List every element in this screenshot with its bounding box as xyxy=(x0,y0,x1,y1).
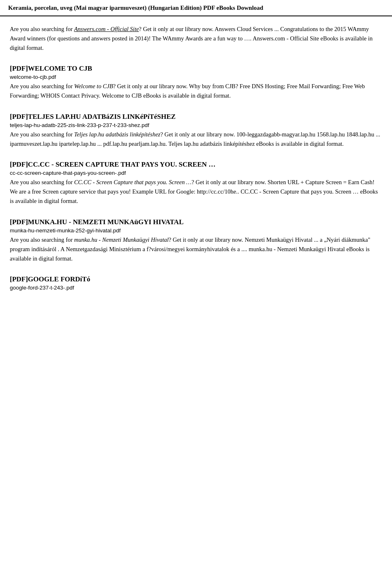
answers-link[interactable]: Answers.com - Official Site xyxy=(74,26,139,32)
page-header: Keramia, porcelan, uveg (Mai magyar ipar… xyxy=(0,0,392,16)
result-3-title: [PDF]CC.CC - SCREEN CAPTURE THAT PAYS YO… xyxy=(10,160,382,169)
result-4: [PDF]MUNKA.HU - NEMZETI MUNKAüGYI HIVATA… xyxy=(10,218,382,264)
result-2-desc: Are you also searching for Teljes lap.hu… xyxy=(10,130,382,149)
result-4-desc-prefix: Are you also searching for xyxy=(10,236,74,243)
result-1-title: [PDF]WELCOME TO CJB xyxy=(10,64,382,73)
page-title: Keramia, porcelan, uveg (Mai magyar ipar… xyxy=(8,4,384,12)
result-1: [PDF]WELCOME TO CJB welcome-to-cjb.pdf A… xyxy=(10,64,382,100)
result-2-desc-prefix: Are you also searching for xyxy=(10,131,74,138)
intro-result: Are you also searching for Answers.com -… xyxy=(10,25,382,53)
result-3-desc-prefix: Are you also searching for xyxy=(10,179,74,185)
result-4-title: [PDF]MUNKA.HU - NEMZETI MUNKAüGYI HIVATA… xyxy=(10,218,382,227)
result-2-url: teljes-lap-hu-adatb-225-zis-link-233-p-2… xyxy=(10,122,382,128)
content-area: Are you also searching for Answers.com -… xyxy=(0,16,392,311)
result-4-desc-link: munka.hu - Nemzeti Munkaügyi Hivatal xyxy=(74,236,169,243)
result-3-desc: Are you also searching for CC.CC - Scree… xyxy=(10,178,382,206)
result-3-desc-link: CC.CC - Screen Capture that pays you. Sc… xyxy=(74,179,192,185)
intro-text: Are you also searching for Answers.com -… xyxy=(10,25,382,53)
result-4-url: munka-hu-nemzeti-munka-252-gyi-hivatal.p… xyxy=(10,227,382,234)
intro-prefix: Are you also searching for xyxy=(10,26,74,32)
result-4-desc: Are you also searching for munka.hu - Ne… xyxy=(10,235,382,264)
result-1-url: welcome-to-cjb.pdf xyxy=(10,74,382,80)
result-5-url: google-ford-237-t-243-.pdf xyxy=(10,285,382,291)
result-5: [PDF]GOOGLE FORDíTó google-ford-237-t-24… xyxy=(10,275,382,291)
result-3: [PDF]CC.CC - SCREEN CAPTURE THAT PAYS YO… xyxy=(10,160,382,206)
result-2-desc-link: Teljes lap.hu adatbázis linképítéshez xyxy=(74,131,160,138)
result-1-desc: Are you also searching for Welcome to CJ… xyxy=(10,82,382,100)
result-5-title: [PDF]GOOGLE FORDíTó xyxy=(10,275,382,284)
result-2-title: [PDF]TELJES LAP.HU ADATBáZIS LINKéPíTéSH… xyxy=(10,112,382,121)
result-1-desc-link: Welcome to CJB xyxy=(74,83,113,89)
result-2: [PDF]TELJES LAP.HU ADATBáZIS LINKéPíTéSH… xyxy=(10,112,382,149)
result-3-url: cc-cc-screen-capture-that-pays-you-scree… xyxy=(10,170,382,176)
result-1-desc-prefix: Are you also searching for xyxy=(10,83,74,89)
